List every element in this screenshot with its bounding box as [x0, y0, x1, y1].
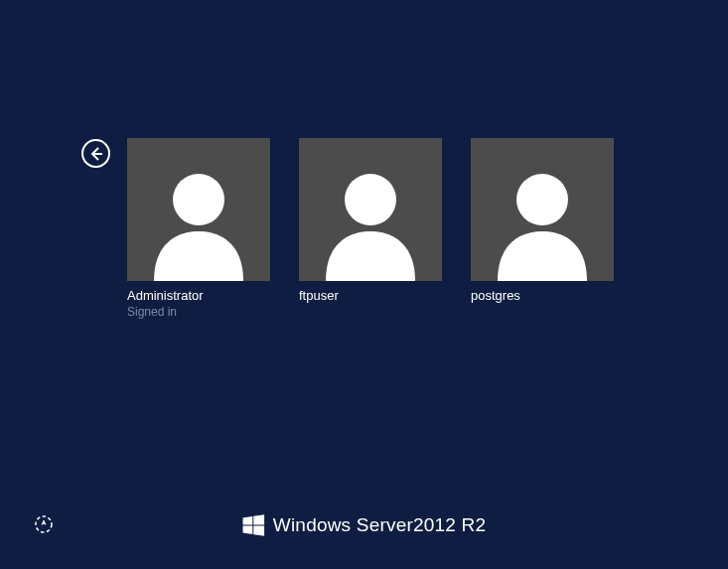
svg-point-1 [173, 174, 224, 225]
ease-of-access-button[interactable] [34, 514, 54, 534]
user-list: Administrator Signed in ftpuser postgres [127, 138, 614, 319]
user-tile-postgres[interactable]: postgres [471, 138, 614, 319]
avatar [127, 138, 270, 281]
branding: Windows Server2012 R2 [242, 514, 486, 536]
svg-point-3 [516, 174, 568, 225]
brand-release: R2 [461, 514, 486, 535]
user-silhouette-icon [311, 162, 430, 281]
arrow-left-icon [88, 146, 104, 162]
user-tile-administrator[interactable]: Administrator Signed in [127, 138, 270, 319]
avatar [471, 138, 614, 281]
svg-point-4 [36, 516, 52, 532]
username-label: postgres [471, 288, 614, 303]
user-silhouette-icon [139, 162, 258, 281]
brand-product: Windows Server [273, 514, 413, 535]
user-status-label: Signed in [127, 305, 270, 319]
user-tile-ftpuser[interactable]: ftpuser [299, 138, 442, 319]
username-label: ftpuser [299, 288, 442, 303]
windows-logo-icon [242, 514, 264, 536]
back-button[interactable] [81, 139, 110, 168]
brand-text: Windows Server2012 R2 [273, 514, 486, 536]
avatar [299, 138, 442, 281]
brand-version: 2012 [413, 514, 456, 535]
username-label: Administrator [127, 288, 270, 303]
ease-of-access-icon [34, 514, 54, 534]
user-silhouette-icon [483, 162, 602, 281]
svg-point-2 [345, 174, 396, 225]
